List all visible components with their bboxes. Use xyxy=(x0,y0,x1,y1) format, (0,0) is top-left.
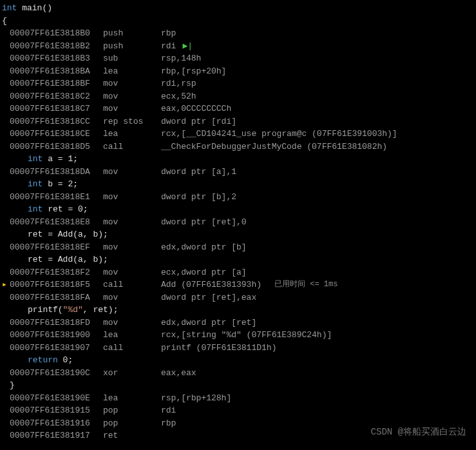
address: 00007FF61E3818BF xyxy=(10,77,103,90)
asm-line: 00007FF61E3818DAmovdword ptr [a],1 xyxy=(2,166,474,179)
operands: rcx,[__CD104241_use program@c (07FF61E39… xyxy=(161,128,397,141)
source-line: printf("%d", ret); xyxy=(2,304,474,317)
opcode: mov xyxy=(103,291,161,304)
asm-line: 00007FF61E3818B3subrsp,148h xyxy=(2,52,474,65)
opcode: mov xyxy=(103,266,161,279)
opcode: call xyxy=(103,342,161,355)
address: 00007FF61E3818C2 xyxy=(10,90,103,103)
asm-line: 00007FF61E3818CElearcx,[__CD104241_use p… xyxy=(2,128,474,141)
address: 00007FF61E38190E xyxy=(10,392,103,405)
operands: edx,dword ptr [b] xyxy=(161,241,247,254)
opcode: lea xyxy=(103,65,161,78)
operands: ecx,dword ptr [a] xyxy=(161,266,247,279)
address: 00007FF61E3818C7 xyxy=(10,103,103,115)
operands: eax,0CCCCCCCCh xyxy=(161,103,231,115)
address: 00007FF61E381916 xyxy=(10,417,103,430)
asm-line: 00007FF61E3818BAlearbp,[rsp+20h] xyxy=(2,65,474,78)
opcode: lea xyxy=(103,329,161,342)
opcode: mov xyxy=(103,317,161,329)
opcode: ret xyxy=(103,429,161,442)
address: 00007FF61E3818B2 xyxy=(10,40,103,53)
opcode: mov xyxy=(103,191,161,204)
asm-line: 00007FF61E38190Elearsp,[rbp+128h] xyxy=(2,392,474,405)
address: 00007FF61E3818B0 xyxy=(10,27,103,40)
gutter: ▸ xyxy=(2,279,10,291)
opcode: mov xyxy=(103,103,161,115)
operands: dword ptr [b],2 xyxy=(161,191,236,204)
opcode: mov xyxy=(103,216,161,229)
source-line: ret = Add(a, b); xyxy=(2,253,474,266)
asm-line: 00007FF61E381915poprdi xyxy=(2,404,474,417)
opcode: pop xyxy=(103,404,161,417)
asm-line: 00007FF61E38190Cxoreax,eax xyxy=(2,367,474,380)
operands: dword ptr [a],1 xyxy=(161,166,236,179)
asm-line: 00007FF61E3818D5call__CheckForDebuggerJu… xyxy=(2,141,474,153)
address: 00007FF61E381900 xyxy=(10,329,103,342)
brace-open: { xyxy=(2,15,474,28)
asm-line: 00007FF61E3818B0pushrbp xyxy=(2,27,474,40)
operands: Add (07FF61E381393h) xyxy=(161,279,262,291)
operands: dword ptr [rdi] xyxy=(161,115,236,128)
address: 00007FF61E3818DA xyxy=(10,166,103,179)
address: 00007FF61E3818F5 xyxy=(10,279,103,291)
source-line: return 0; xyxy=(2,354,474,367)
opcode: mov xyxy=(103,90,161,103)
operands: rsp,[rbp+128h] xyxy=(161,392,231,405)
asm-line: 00007FF61E3818CCrep stosdword ptr [rdi] xyxy=(2,115,474,128)
address: 00007FF61E3818E8 xyxy=(10,216,103,229)
asm-line: 00007FF61E3818E1movdword ptr [b],2 xyxy=(2,191,474,204)
opcode: rep stos xyxy=(103,115,161,128)
operands: ecx,52h xyxy=(161,90,196,103)
asm-line: ▸00007FF61E3818F5callAdd (07FF61E381393h… xyxy=(2,279,474,291)
asm-line: 00007FF61E3818FAmovdword ptr [ret],eax xyxy=(2,291,474,304)
opcode: pop xyxy=(103,417,161,430)
opcode: lea xyxy=(103,392,161,405)
operands: rdi,rsp xyxy=(161,77,196,90)
operands: rcx,[string "%d" (07FF61E389C24h)] xyxy=(161,329,332,342)
opcode: mov xyxy=(103,166,161,179)
address: 00007FF61E3818D5 xyxy=(10,141,103,153)
opcode: push xyxy=(103,40,161,53)
address: 00007FF61E3818EF xyxy=(10,241,103,254)
source-line: int b = 2; xyxy=(2,178,474,191)
source-line: int ret = 0; xyxy=(2,203,474,216)
address: 00007FF61E3818BA xyxy=(10,65,103,78)
asm-line: 00007FF61E3818C2movecx,52h xyxy=(2,90,474,103)
operands: rsp,148h xyxy=(161,52,201,65)
timing-label: 已用时间 <= 1ms xyxy=(274,279,338,291)
address: 00007FF61E381917 xyxy=(10,429,103,442)
opcode: mov xyxy=(103,77,161,90)
func-signature: int main() xyxy=(2,2,474,15)
opcode: lea xyxy=(103,128,161,141)
address: 00007FF61E3818FD xyxy=(10,317,103,329)
operands: rbp xyxy=(161,27,176,40)
operands: edx,dword ptr [ret] xyxy=(161,317,256,329)
asm-line: 00007FF61E3818F2movecx,dword ptr [a] xyxy=(2,266,474,279)
operands: rdi xyxy=(161,40,176,53)
operands: rbp,[rsp+20h] xyxy=(161,65,226,78)
asm-line: 00007FF61E3818B2pushrdi▶| xyxy=(2,40,474,53)
operands: rdi xyxy=(161,404,176,417)
opcode: mov xyxy=(103,241,161,254)
asm-line: 00007FF61E3818E8movdword ptr [ret],0 xyxy=(2,216,474,229)
opcode: sub xyxy=(103,52,161,65)
asm-line: 00007FF61E381900learcx,[string "%d" (07F… xyxy=(2,329,474,342)
execution-cursor-icon: ▶| xyxy=(182,40,193,53)
operands: eax,eax xyxy=(161,367,196,380)
address: 00007FF61E381907 xyxy=(10,342,103,355)
address: 00007FF61E3818CE xyxy=(10,128,103,141)
asm-line: 00007FF61E3818EFmovedx,dword ptr [b] xyxy=(2,241,474,254)
address: 00007FF61E3818F2 xyxy=(10,266,103,279)
address: 00007FF61E3818B3 xyxy=(10,52,103,65)
address: 00007FF61E3818FA xyxy=(10,291,103,304)
asm-line: 00007FF61E3818BFmovrdi,rsp xyxy=(2,77,474,90)
operands: __CheckForDebuggerJustMyCode (07FF61E381… xyxy=(161,141,387,153)
asm-line: 00007FF61E381907callprintf (07FF61E3811D… xyxy=(2,342,474,355)
source-line: int a = 1; xyxy=(2,153,474,166)
opcode: call xyxy=(103,141,161,153)
source-line: } xyxy=(2,379,474,392)
address: 00007FF61E381915 xyxy=(10,404,103,417)
watermark-text: CSDN @将船买酒白云边 xyxy=(371,426,466,439)
opcode: push xyxy=(103,27,161,40)
operands: rbp xyxy=(161,417,176,430)
